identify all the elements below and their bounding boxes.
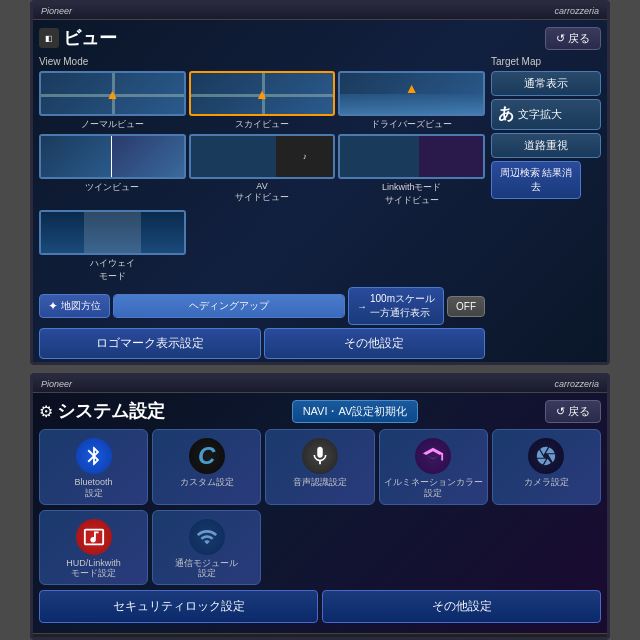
view-icon: ◧	[39, 28, 59, 48]
bottom-unit-header: Pioneer carrozzeria	[33, 376, 607, 393]
normal-view-item[interactable]: ▲ ノーマルビュー	[39, 71, 186, 131]
bottom-screen: ⚙ システム設定 NAVI・AV設定初期化 ↺ 戻る Bluetooth設定	[33, 393, 607, 633]
camera-item[interactable]: カメラ設定	[492, 429, 601, 505]
search-result-label: 周辺検索 結果消去	[500, 167, 573, 192]
av-side-label: AVサイドビュー	[235, 181, 289, 204]
top-back-button[interactable]: ↺ 戻る	[545, 27, 601, 50]
top-right-panel: Target Map 通常表示 あ 文字拡大 道路重視 周辺検索 結果消去	[491, 56, 601, 359]
settings-icon: ⚙	[39, 402, 53, 421]
icon-grid-row1: Bluetooth設定 C カスタム設定 音声認識設定	[39, 429, 601, 505]
linkwith-side-thumb	[338, 134, 485, 179]
top-bottom-row: ロゴマーク表示設定 その他設定	[39, 328, 485, 359]
enlarge-text-button[interactable]: あ 文字拡大	[491, 99, 601, 130]
custom-item[interactable]: C カスタム設定	[152, 429, 261, 505]
bottom-title-group: ⚙ システム設定	[39, 399, 165, 423]
hud-label: HUD/Linkwithモード設定	[66, 558, 121, 580]
voice-label: 音声認識設定	[293, 477, 347, 488]
bottom-other-button[interactable]: その他設定	[322, 590, 601, 623]
map-modes-row2: ツインビュー ♪ AVサイドビュー Lin	[39, 134, 485, 283]
linkwith-side-item[interactable]: Linkwithモードサイドビュー	[338, 134, 485, 207]
map-modes-row1: ▲ ノーマルビュー ▲ スカイビュー	[39, 71, 485, 131]
normal-display-button[interactable]: 通常表示	[491, 71, 601, 96]
linkwith-side-label: Linkwithモードサイドビュー	[382, 181, 442, 207]
highway-mode-thumb	[39, 210, 186, 255]
bluetooth-item[interactable]: Bluetooth設定	[39, 429, 148, 505]
top-unit: Pioneer carrozzeria ◧ ビュー ↺ 戻る View Mode	[30, 0, 610, 365]
road-priority-button[interactable]: 道路重視	[491, 133, 601, 158]
enlarge-text-label: 文字拡大	[518, 107, 562, 122]
illumination-item[interactable]: イルミネーションカラー設定	[379, 429, 488, 505]
driver-view-thumb: ▲	[338, 71, 485, 116]
av-side-item[interactable]: ♪ AVサイドビュー	[189, 134, 336, 207]
illumination-icon	[415, 438, 451, 474]
hud-icon	[76, 519, 112, 555]
top-title-text: ビュー	[63, 26, 117, 50]
telecom-label: 通信モジュール設定	[175, 558, 238, 580]
camera-icon	[528, 438, 564, 474]
compass-icon: ✦	[48, 299, 58, 313]
illumination-label: イルミネーションカラー設定	[384, 477, 483, 499]
navi-reset-button[interactable]: NAVI・AV設定初期化	[292, 400, 419, 423]
top-screen: ◧ ビュー ↺ 戻る View Mode ▲	[33, 20, 607, 365]
bottom-hw-buttons: AVIC-ZH0099L	[33, 633, 607, 640]
bottom-btn-row: セキュリティロック設定 その他設定	[39, 590, 601, 623]
sky-view-thumb: ▲	[189, 71, 336, 116]
navi-reset-label: NAVI・AV設定初期化	[303, 405, 408, 417]
normal-view-thumb: ▲	[39, 71, 186, 116]
logo-button[interactable]: ロゴマーク表示設定	[39, 328, 261, 359]
heading-up-label: ヘディングアップ	[189, 300, 269, 311]
compass-button[interactable]: ✦ 地図方位	[39, 294, 110, 318]
custom-label: カスタム設定	[180, 477, 234, 488]
search-result-button[interactable]: 周辺検索 結果消去	[491, 161, 581, 199]
normal-display-label: 通常表示	[524, 77, 568, 89]
av-side-thumb: ♪	[189, 134, 336, 179]
voice-item[interactable]: 音声認識設定	[265, 429, 374, 505]
telecom-icon	[189, 519, 225, 555]
twin-view-item[interactable]: ツインビュー	[39, 134, 186, 207]
heading-group: ヘディングアップ	[113, 294, 345, 318]
brand-pioneer-bottom: Pioneer	[41, 379, 72, 389]
bottom-title-bar: ⚙ システム設定 NAVI・AV設定初期化 ↺ 戻る	[39, 399, 601, 423]
hud-item[interactable]: HUD/Linkwithモード設定	[39, 510, 148, 586]
voice-icon	[302, 438, 338, 474]
camera-label: カメラ設定	[524, 477, 569, 488]
bottom-back-button[interactable]: ↺ 戻る	[545, 400, 601, 423]
sky-view-item[interactable]: ▲ スカイビュー	[189, 71, 336, 131]
map-arrow3: ▲	[405, 80, 419, 96]
heading-up-button[interactable]: ヘディングアップ	[114, 295, 344, 317]
a-icon: あ	[498, 104, 514, 125]
security-lock-button[interactable]: セキュリティロック設定	[39, 590, 318, 623]
map-arrow1: ▲	[105, 86, 119, 102]
top-title-group: ◧ ビュー	[39, 26, 117, 50]
target-map-label: Target Map	[491, 56, 601, 67]
top-back-label: 戻る	[568, 31, 590, 46]
compass-label: 地図方位	[61, 299, 101, 313]
twin-view-thumb	[39, 134, 186, 179]
scale-label: 100mスケール一方通行表示	[370, 292, 435, 320]
icon-grid-row2: HUD/Linkwithモード設定 通信モジュール設定	[39, 510, 601, 586]
highway-mode-label: ハイウェイモード	[90, 257, 135, 283]
scale-button[interactable]: → 100mスケール一方通行表示	[348, 287, 444, 325]
off-button[interactable]: OFF	[447, 296, 485, 317]
top-left-panel: View Mode ▲ ノーマルビュー	[39, 56, 485, 359]
top-main-content: View Mode ▲ ノーマルビュー	[39, 56, 601, 359]
bluetooth-icon	[76, 438, 112, 474]
control-bar: ✦ 地図方位 ヘディングアップ → 100mスケール一方通行表示 OFF	[39, 287, 485, 325]
back-arrow-icon2: ↺	[556, 405, 565, 418]
bottom-unit: Pioneer carrozzeria ⚙ システム設定 NAVI・AV設定初期…	[30, 373, 610, 640]
driver-view-label: ドライバーズビュー	[371, 118, 452, 131]
road-priority-label: 道路重視	[524, 139, 568, 151]
brand-pioneer-top: Pioneer	[41, 6, 72, 16]
highway-mode-item[interactable]: ハイウェイモード	[39, 210, 186, 283]
map-arrow2: ▲	[255, 86, 269, 102]
other-settings-button[interactable]: その他設定	[264, 328, 486, 359]
twin-view-label: ツインビュー	[85, 181, 139, 194]
view-mode-label: View Mode	[39, 56, 485, 67]
custom-icon: C	[189, 438, 225, 474]
telecom-item[interactable]: 通信モジュール設定	[152, 510, 261, 586]
driver-view-item[interactable]: ▲ ドライバーズビュー	[338, 71, 485, 131]
bluetooth-label: Bluetooth設定	[75, 477, 113, 499]
back-arrow-icon: ↺	[556, 32, 565, 45]
normal-view-label: ノーマルビュー	[81, 118, 144, 131]
hw-btn-b-knob[interactable]	[238, 637, 254, 640]
